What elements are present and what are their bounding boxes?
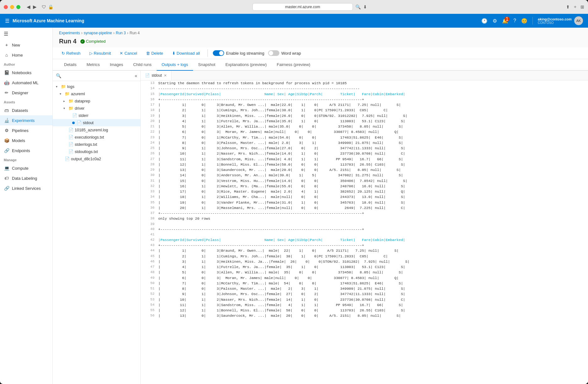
breadcrumb-run3[interactable]: Run 3 — [116, 31, 126, 35]
line-number: 56 — [143, 313, 154, 318]
tab-file-icon: 📄 — [145, 73, 150, 78]
sidebar-item-automated-ml[interactable]: 🤖 Automated ML — [0, 78, 52, 88]
sidebar-item-new[interactable]: + New — [0, 40, 52, 50]
tree-item-azureml[interactable]: ▾ 📁 azureml — [53, 90, 140, 97]
log-streaming-toggle[interactable] — [213, 50, 224, 56]
history-icon[interactable]: 🕐 — [481, 18, 488, 24]
word-wrap-toggle[interactable] — [268, 50, 279, 56]
tab-child-runs[interactable]: Child runs — [128, 59, 157, 71]
log-line: 38only showing top 20 rows — [141, 216, 588, 221]
tree-item-logs[interactable]: ▾ 📁 logs — [53, 83, 140, 90]
tree-item-executionlogs[interactable]: ▸ 📄 executionlogs.txt — [53, 134, 140, 141]
avatar[interactable]: AK — [574, 16, 583, 25]
tree-item-output[interactable]: ▸ 📄 output_d8c1c0a2 — [53, 155, 140, 162]
share-button[interactable]: ⬆ — [566, 4, 570, 9]
tree-item-stdout[interactable]: ▸ 📄 stdout — [53, 119, 140, 126]
tab-fairness[interactable]: Fairness (preview) — [272, 59, 315, 71]
sidebar-item-notebooks[interactable]: 📓 Notebooks — [0, 68, 52, 78]
refresh-button[interactable]: ↻ Refresh — [59, 50, 83, 57]
windows-button[interactable]: ⊞ — [580, 4, 584, 9]
cancel-button[interactable]: ✕ Cancel — [117, 50, 139, 57]
address-bar[interactable]: master.ml.azure.com — [252, 3, 353, 11]
maximize-button[interactable] — [16, 5, 20, 9]
log-line: 49| 6| 0| 3| Moran, Mr. James| male|null… — [141, 275, 588, 281]
tab-metrics[interactable]: Metrics — [82, 59, 105, 71]
tab-outputs-logs[interactable]: Outputs + logs — [157, 59, 193, 71]
line-text: +---------------------------------------… — [158, 227, 364, 232]
sidebar-item-endpoints[interactable]: 🔗 Endpoints — [0, 145, 52, 156]
forward-button[interactable]: ▶ — [33, 4, 37, 10]
collapse-panel-button[interactable]: « — [135, 73, 137, 78]
datasets-icon: 🗃 — [4, 108, 9, 113]
delete-button[interactable]: 🗑 Delete — [143, 50, 166, 57]
sidebar-item-designer[interactable]: ✏ Designer — [0, 88, 52, 98]
log-line: 17| 1| 0| 3|Braund, Mr. Owen ...| male|2… — [141, 102, 588, 107]
log-line: 23| 7| 0| 1|McCarthy, Mr. Tim...| male|5… — [141, 135, 588, 140]
line-number: 46 — [143, 259, 154, 264]
log-line: 19| 3| 1| 3|Heikkinen, Miss. ...|female|… — [141, 113, 588, 118]
minimize-button[interactable] — [10, 5, 14, 9]
tree-item-stdoutlogs[interactable]: ▸ 📄 stdoutlogs.txt — [53, 148, 140, 155]
sidebar-item-label-endpoints: Endpoints — [12, 148, 30, 153]
log-line: 14--------------------------------------… — [141, 86, 588, 91]
log-line: 39 — [141, 222, 588, 227]
tab-details[interactable]: Details — [59, 59, 82, 71]
close-button[interactable] — [4, 5, 8, 9]
file-search-button[interactable]: 🔍 — [56, 73, 61, 78]
line-text: Starting the daemon thread to refresh to… — [158, 80, 347, 86]
sidebar-item-compute[interactable]: 💻 Compute — [0, 163, 52, 173]
sidebar-item-label-home: Home — [12, 53, 23, 58]
file-icon-stdoutlogs: 📄 — [68, 149, 73, 154]
tree-item-stderrlogs[interactable]: ▸ 📄 stderrlogs.txt — [53, 141, 140, 148]
line-number: 13 — [143, 80, 154, 86]
log-line: 46| 3| 1| 3|Heikkinen, Miss. Ja...|femal… — [141, 259, 588, 264]
sidebar-item-linked-services[interactable]: 🔗 Linked Services — [0, 183, 52, 193]
breadcrumb-synapse[interactable]: synapse-pipeline — [84, 31, 112, 35]
sidebar-item-datasets[interactable]: 🗃 Datasets — [0, 105, 52, 115]
line-number: 22 — [143, 129, 154, 134]
sidebar-item-models[interactable]: 📦 Models — [0, 135, 52, 145]
tree-item-driver[interactable]: ▾ 📁 driver — [53, 105, 140, 112]
line-number: 48 — [143, 270, 154, 275]
feedback-icon[interactable]: 😊 — [521, 18, 527, 24]
header-icons: 🕐 ⚙ 🔔 1 ? 😊 aking@contoso.com CONTOSO AK — [481, 16, 583, 25]
compute-icon: 💻 — [4, 166, 9, 171]
user-info[interactable]: aking@contoso.com CONTOSO AK — [538, 16, 583, 25]
download-all-button[interactable]: ⬇ Download all — [170, 50, 202, 57]
resubmit-button[interactable]: ▷ Resubmit — [87, 50, 114, 57]
tree-item-dataprep[interactable]: ▸ 📁 dataprep — [53, 97, 140, 105]
user-org: CONTOSO — [538, 21, 572, 25]
menu-icon[interactable]: ☰ — [5, 18, 9, 24]
sidebar-item-home[interactable]: ⌂ Home — [0, 50, 52, 60]
line-number: 15 — [143, 91, 154, 97]
folder-icon-azureml: 📁 — [65, 91, 70, 96]
tree-item-stderr[interactable]: ▸ 📄 stderr — [53, 112, 140, 119]
log-line: 15|PassengerId|Survived|Pclass| Name| Se… — [141, 91, 588, 97]
line-number: 30 — [143, 173, 154, 178]
close-tab-icon[interactable]: ✕ — [164, 74, 167, 78]
file-icon-executionlogs: 📄 — [68, 135, 73, 140]
settings-icon[interactable]: ⚙ — [493, 18, 497, 24]
models-icon: 📦 — [4, 138, 9, 143]
help-icon[interactable]: ? — [513, 18, 516, 24]
tab-explanations[interactable]: Explanations (preview) — [220, 59, 272, 71]
active-indicator — [72, 122, 75, 124]
line-number: 49 — [143, 275, 154, 281]
tab-snapshot[interactable]: Snapshot — [193, 59, 220, 71]
log-content[interactable]: 13Starting the daemon thread to refresh … — [141, 80, 588, 384]
tree-item-azureml-log[interactable]: ▸ 📄 10185_azureml.log — [53, 126, 140, 134]
sidebar-item-label-notebooks: Notebooks — [12, 70, 31, 75]
line-number: 20 — [143, 118, 154, 124]
sidebar-item-data-labeling[interactable]: 🏷 Data Labeling — [0, 173, 52, 183]
sidebar-item-experiments[interactable]: 🔬 Experiments — [0, 115, 52, 125]
file-tree: ▾ 📁 logs ▾ 📁 azureml — [53, 81, 140, 384]
sidebar-toggle[interactable]: ☰ — [0, 28, 52, 40]
log-tab-stdout[interactable]: 📄 stdout ✕ — [141, 71, 171, 80]
sidebar-item-pipelines[interactable]: ⚙ Pipelines — [0, 125, 52, 135]
breadcrumb-experiments[interactable]: Experiments — [59, 31, 80, 35]
back-button[interactable]: ◀ — [27, 4, 30, 10]
new-tab-button[interactable]: ＋ — [573, 4, 577, 10]
tab-images[interactable]: Images — [105, 59, 128, 71]
home-icon: ⌂ — [4, 52, 9, 58]
word-wrap-toggle-group: Word wrap — [268, 50, 301, 56]
